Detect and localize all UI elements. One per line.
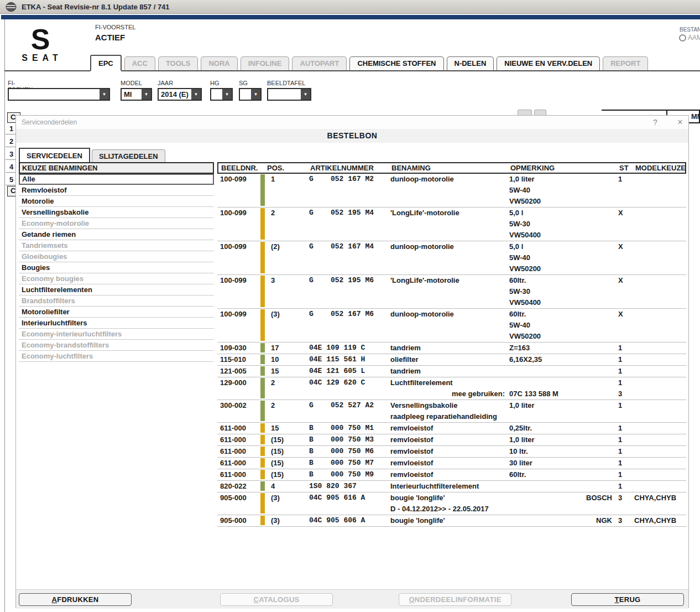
table-row[interactable]: 100-0992G 052 195 M4'LongLife'-motorolie… (217, 208, 686, 241)
list-item-motoroliefilter[interactable]: Motoroliefilter (19, 307, 214, 318)
window-left-border (4, 19, 5, 612)
table-row[interactable]: 611-000(15)B 000 750 M3remvloeistof1,0 l… (217, 434, 686, 446)
artikelnummer-cell: G 052 167 M4 (309, 241, 374, 252)
opmerking-cell: 5W-40 (509, 185, 530, 196)
dialog-titlebar[interactable]: Serviceonderdelen ? × (16, 116, 688, 129)
dropdown-arrow-icon[interactable]: ▼ (301, 89, 310, 100)
benaming-cell: remvloeistof (390, 434, 433, 445)
list-item-interieurluchtfilters[interactable]: Interieurluchtfilters (19, 318, 214, 329)
close-icon[interactable]: × (674, 117, 686, 127)
beeldnr-cell: 611-000 (220, 469, 246, 480)
st-cell: 1 (618, 354, 622, 365)
table-row[interactable]: 100-0991G 052 167 M2dunloop-motorolie1,0… (217, 174, 686, 208)
filter-select-fi-zoeken[interactable]: ▼ (8, 88, 110, 101)
list-item-economy-interieurluchtfilters[interactable]: Economy-interieurluchtfilters (19, 329, 214, 340)
list-item-economy-bougies[interactable]: Economy bougies (19, 273, 214, 284)
tab-n-delen[interactable]: N-DELEN (447, 56, 494, 70)
artikelnummer-cell: 04C 905 616 A (309, 492, 365, 504)
list-item-economy-luchtfilters[interactable]: Economy-luchtfilters (19, 351, 214, 362)
filter-select-beeldtafel[interactable]: ▼ (267, 88, 311, 101)
bg-row-number: 5 (6, 175, 16, 185)
pos-cell: 1 (271, 174, 275, 185)
filter-select-model[interactable]: MI▼ (121, 88, 152, 101)
dialog-tab-slijtagedelen[interactable]: SLIJTAGEDELEN (92, 149, 165, 162)
st-cell: 1 (618, 446, 622, 457)
tab-nieuwe-en-verv-delen[interactable]: NIEUWE EN VERV.DELEN (497, 56, 600, 70)
table-row-line: 5W-30 (217, 219, 686, 230)
opmerking-cell: 5,0 l (509, 241, 523, 252)
beeldnr-cell: 100-099 (220, 309, 247, 320)
table-row[interactable]: 129-000204C 129 620 CLuchtfilterelement1… (217, 377, 686, 400)
radio-circle-icon[interactable] (679, 34, 686, 42)
list-item-economy-motorolie[interactable]: Economy-motorolie (19, 218, 214, 229)
table-row[interactable]: 109-0301704E 109 119 CtandriemZ=1631 (217, 343, 686, 354)
table-row-line: 100-0991G 052 167 M2dunloop-motorolie1,0… (217, 174, 686, 185)
filter-label-beeldtafel: BEELDTAFEL (267, 80, 306, 86)
table-row[interactable]: 905-000(3)04C 905 616 Abougie 'longlife'… (217, 492, 686, 515)
artikelnummer-cell: 1S0 820 367 (309, 481, 357, 492)
benaming-cell: remvloeistof (390, 423, 433, 434)
pos-cell: 2 (271, 377, 275, 388)
list-item-getande-riemen[interactable]: Getande riemen (19, 229, 214, 240)
beeldnr-cell: 611-000 (220, 446, 246, 457)
dropdown-arrow-icon[interactable]: ▼ (191, 89, 201, 100)
terug-button[interactable]: TERUG (571, 593, 684, 606)
table-row[interactable]: 611-000(15)B 000 750 M7remvloeistof30 li… (217, 458, 686, 469)
pos-cell: 3 (271, 275, 275, 286)
filter-select-jaar[interactable]: 2014 (E)▼ (158, 88, 202, 101)
beeldnr-cell: 905-000 (220, 515, 247, 526)
list-item-brandstoffilters[interactable]: Brandstoffilters (19, 295, 214, 307)
list-item-motorolie[interactable]: Motorolie (19, 196, 214, 207)
list-item-versnellingsbakolie[interactable]: Versnellingsbakolie (19, 207, 214, 218)
st-cell: 1 (618, 469, 622, 480)
dropdown-arrow-icon[interactable]: ▼ (222, 89, 232, 100)
list-item-remvloeistof[interactable]: Remvloeistof (19, 185, 214, 196)
list-item-alle[interactable]: Alle (19, 174, 214, 185)
list-item-luchtfilterelementen[interactable]: Luchtfilterelementen (19, 284, 214, 295)
table-row[interactable]: 100-099(2)G 052 167 M4dunloop-motorolie5… (217, 241, 686, 275)
tab-epc[interactable]: EPC (90, 55, 122, 71)
table-row[interactable]: 300-0022G 052 527 A2Versnellingsbakolie1… (217, 400, 686, 423)
dropdown-arrow-icon[interactable]: ▼ (142, 89, 151, 100)
list-item-tandriemsets[interactable]: Tandriemsets (19, 240, 214, 251)
pos-cell: 15 (271, 423, 279, 434)
beeldnr-cell: 820-022 (220, 481, 247, 492)
filter-select-sg[interactable]: ▼ (239, 88, 262, 101)
list-item-gloeibougies[interactable]: Gloeibougies (19, 251, 214, 262)
table-row[interactable]: 905-000(3)04C 905 606 Abougie 'longlife'… (217, 515, 686, 527)
benaming-cell: dunloop-motorolie (390, 174, 454, 185)
dropdown-arrow-icon[interactable]: ▼ (100, 89, 109, 100)
table-row[interactable]: 611-000(15)B 000 750 M6remvloeistof10 lt… (217, 446, 686, 458)
tab-chemische-stoffen[interactable]: CHEMISCHE STOFFEN (349, 56, 443, 70)
list-item-economy-brandstoffilters[interactable]: Economy-brandstoffilters (19, 340, 214, 351)
opmerking-cell: 1,0 liter (509, 174, 535, 185)
table-row[interactable]: 611-000(15)B 000 750 M9remvloeistof60ltr… (217, 469, 686, 481)
afdrukken-button[interactable]: AFDRUKKEN (19, 593, 132, 606)
window-title: ETKA - Seat Revisie-nr 8.1 Update 857 / … (22, 3, 170, 11)
pos-cell: 15 (271, 366, 279, 377)
st-cell: 1 (618, 377, 622, 388)
table-row-line: 611-000(15)B 000 750 M7remvloeistof30 li… (217, 458, 686, 469)
table-row[interactable]: 100-099(3)G 052 167 M6dunloop-motorolie6… (217, 309, 686, 343)
list-item-bougies[interactable]: Bougies (19, 262, 214, 273)
benaming-cell: dunloop-motorolie (390, 309, 454, 320)
beeldnr-cell: 100-099 (220, 208, 247, 219)
table-row-line: VW50200 (217, 331, 686, 342)
table-row[interactable]: 115-0101004E 115 561 Holiefilter6,16X2,3… (217, 354, 686, 366)
opmerking-cell: VW50200 (509, 331, 541, 342)
filter-select-hg[interactable]: ▼ (210, 88, 233, 101)
benaming-cell: 'LongLife'-motorolie (390, 275, 459, 286)
table-row[interactable]: 611-00015B 000 750 M1remvloeistof0,25ltr… (217, 423, 686, 434)
dropdown-arrow-icon[interactable]: ▼ (251, 89, 260, 100)
st-cell: 1 (618, 343, 622, 354)
bg-row-number: 1 (6, 125, 16, 134)
beeldnr-cell: 121-005 (220, 366, 247, 377)
table-row-line: 611-000(15)B 000 750 M6remvloeistof10 lt… (217, 446, 686, 457)
window-titlebar[interactable]: ETKA - Seat Revisie-nr 8.1 Update 857 / … (0, 0, 700, 14)
dialog-tab-servicedelen[interactable]: SERVICEDELEN (19, 148, 90, 162)
table-row[interactable]: 100-0993G 052 195 M6'LongLife'-motorolie… (217, 275, 686, 309)
bestand-radio[interactable]: AAM (679, 34, 700, 42)
table-row[interactable]: 121-0051504E 121 605 Ltandriem1 (217, 366, 686, 377)
table-row[interactable]: 820-02241S0 820 367Interieurluchtfiltere… (217, 481, 686, 492)
help-button[interactable]: ? (650, 118, 661, 127)
